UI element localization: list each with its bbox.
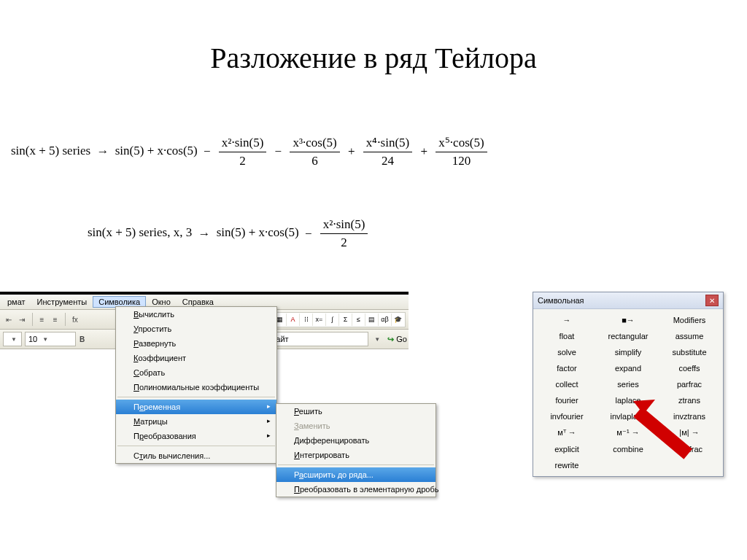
mi-polycoef[interactable]: Полиномиальные коэффициенты xyxy=(116,380,276,394)
mi-factor[interactable]: Коэффициент xyxy=(116,351,276,365)
pc-collect[interactable]: collect xyxy=(536,376,597,392)
go-arrow-icon: ↪ xyxy=(387,335,394,344)
symbolics-dropdown[interactable]: Вычислить Упростить Развернуть Коэффицие… xyxy=(115,306,277,464)
mi-integrate[interactable]: Интегрировать xyxy=(276,448,436,462)
pc-arrow[interactable]: → xyxy=(536,312,597,328)
variable-submenu[interactable]: Решить Заменить Дифференцировать Интегри… xyxy=(276,403,436,497)
pc-expand[interactable]: expand xyxy=(597,360,659,376)
pc-rewrite[interactable]: rewrite xyxy=(536,457,597,473)
bold-button[interactable]: B xyxy=(79,332,85,346)
pc-empty1 xyxy=(597,457,659,473)
pc-parfrac[interactable]: parfrac xyxy=(659,376,720,392)
formula-series-x3: sin(x + 5) series, x, 3 → sin(5) + x·cos… xyxy=(88,217,370,250)
pc-solve[interactable]: solve xyxy=(536,344,597,360)
pc-empty2 xyxy=(659,457,720,473)
mi-expand-series[interactable]: Расширить до ряда... xyxy=(276,467,436,482)
tb-matrix-icon[interactable]: ⁞⁞ xyxy=(299,314,312,326)
mi-evaluate[interactable]: Вычислить xyxy=(116,307,276,322)
pc-explicit[interactable]: explicit xyxy=(536,441,597,457)
tb-graph-icon[interactable]: A xyxy=(286,314,299,326)
mi-simplify[interactable]: Упростить xyxy=(116,322,276,336)
pc-assume[interactable]: assume xyxy=(659,328,720,344)
tb-integral-icon[interactable]: ∫ xyxy=(325,314,338,326)
pc-inverse[interactable]: м⁻¹ → xyxy=(597,424,659,441)
pc-modifiers[interactable]: Modifiers xyxy=(659,312,720,328)
pc-confrac[interactable]: confrac xyxy=(659,441,720,457)
tb-xeq-icon[interactable]: x= xyxy=(312,314,325,326)
pc-invfourier[interactable]: invfourier xyxy=(536,408,597,424)
mi-substitute: Заменить xyxy=(276,419,436,433)
tb-fx-icon[interactable]: fx xyxy=(69,312,81,327)
pc-coeffs[interactable]: coeffs xyxy=(659,360,720,376)
mi-differentiate[interactable]: Дифференцировать xyxy=(276,433,436,448)
palette-titlebar[interactable]: Символьная ✕ xyxy=(533,292,723,309)
mi-collect[interactable]: Собрать xyxy=(116,365,276,380)
mi-calcstyle[interactable]: Стиль вычисления... xyxy=(116,448,276,463)
mi-expand[interactable]: Развернуть xyxy=(116,336,276,351)
symbolic-palette[interactable]: Символьная ✕ → ■→ Modifiers float rectan… xyxy=(533,292,724,477)
pc-ztrans[interactable]: ztrans xyxy=(659,392,720,408)
pc-block-arrow[interactable]: ■→ xyxy=(597,312,659,328)
tb-indent-left-icon[interactable]: ⇤ xyxy=(3,312,15,327)
tb-align-icon[interactable]: ≡ xyxy=(36,312,47,327)
palette-close-button[interactable]: ✕ xyxy=(705,295,719,306)
site-dropdown-arrow[interactable]: ▼ xyxy=(374,336,380,343)
tb-indent-right-icon[interactable]: ⇥ xyxy=(16,312,28,327)
formula-series-full: sin(x + 5) series → sin(5) + x·cos(5) − … xyxy=(11,135,489,168)
pc-simplify[interactable]: simplify xyxy=(597,344,659,360)
font-family-dropdown[interactable]: ▼ xyxy=(3,332,22,346)
pc-float[interactable]: float xyxy=(536,328,597,344)
pc-laplace[interactable]: laplace xyxy=(597,392,659,408)
mi-variable[interactable]: Переменная xyxy=(116,400,276,414)
tb-prog-icon[interactable]: ▤ xyxy=(365,314,378,326)
menu-tools[interactable]: Инструменты xyxy=(31,296,93,308)
pc-invlaplace[interactable]: invlaplace xyxy=(597,408,659,424)
pc-substitute[interactable]: substitute xyxy=(659,344,720,360)
tb-hat-icon[interactable]: 🎓 xyxy=(391,314,404,326)
mi-matrix[interactable]: Матрицы xyxy=(116,414,276,429)
tb-lessthan-icon[interactable]: ≤ xyxy=(352,314,365,326)
palette-title-text: Символьная xyxy=(538,296,584,305)
tb-math-palette-group: ▦ A ⁞⁞ x= ∫ Σ ≤ ▤ αβ 🎓 xyxy=(272,312,406,327)
mi-solve[interactable]: Решить xyxy=(276,404,436,419)
tb-sigma-icon[interactable]: Σ xyxy=(338,314,352,326)
pc-det[interactable]: |м| → xyxy=(659,424,720,441)
font-size-dropdown[interactable]: 10▼ xyxy=(25,332,76,346)
mi-partial-fraction[interactable]: Преобразовать в элементарную дробь xyxy=(276,482,436,497)
pc-invztrans[interactable]: invztrans xyxy=(659,408,720,424)
pc-fourier[interactable]: fourier xyxy=(536,392,597,408)
go-button[interactable]: ↪ Go xyxy=(387,335,407,344)
mi-transform[interactable]: Преобразования xyxy=(116,429,276,443)
tb-alpha-icon[interactable]: αβ xyxy=(378,314,391,326)
slide-title: Разложение в ряд Тейлора xyxy=(0,0,747,75)
pc-combine[interactable]: combine xyxy=(597,441,659,457)
tb-align2-icon[interactable]: ≡ xyxy=(50,312,61,327)
pc-series[interactable]: series xyxy=(597,376,659,392)
palette-grid: → ■→ Modifiers float rectangular assume … xyxy=(533,309,723,476)
pc-rectangular[interactable]: rectangular xyxy=(597,328,659,344)
menu-format[interactable]: рмат xyxy=(1,296,31,308)
pc-transpose[interactable]: мᵀ → xyxy=(536,424,597,441)
pc-factor[interactable]: factor xyxy=(536,360,597,376)
